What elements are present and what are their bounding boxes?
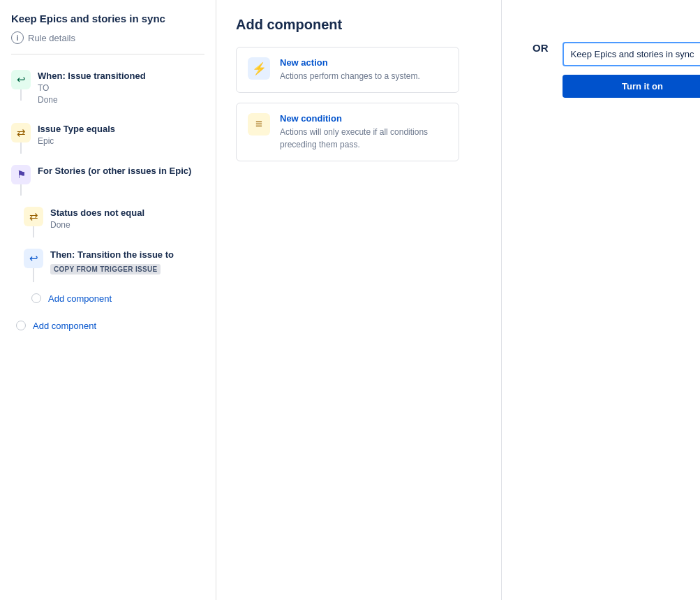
line-5 bbox=[33, 268, 34, 282]
trigger-icon: ↩ bbox=[11, 70, 31, 89]
add-component-label-2: Add component bbox=[33, 321, 96, 331]
add-dot-1 bbox=[31, 293, 41, 303]
trigger-label: When: Issue transitioned bbox=[38, 70, 204, 82]
rule-details-row[interactable]: i Rule details bbox=[11, 31, 204, 54]
condition-card-icon: ≡ bbox=[248, 113, 270, 136]
rule-name-input[interactable] bbox=[563, 42, 701, 66]
branch-icon: ⚑ bbox=[11, 165, 31, 184]
add-component-row-1[interactable]: Add component bbox=[11, 288, 204, 309]
condition2-label: Status does not equal bbox=[50, 207, 204, 219]
sidebar-title: Keep Epics and stories in sync bbox=[11, 13, 204, 24]
line-4 bbox=[33, 226, 34, 237]
connector-condition1: ⇄ bbox=[11, 123, 31, 154]
info-icon: i bbox=[11, 31, 24, 44]
condition-card-desc: Actions will only execute if all conditi… bbox=[280, 126, 447, 151]
action-card-desc: Actions perform changes to a system. bbox=[280, 70, 420, 82]
action-content: Then: Transition the issue to COPY FROM … bbox=[50, 249, 204, 280]
timeline: ↩ When: Issue transitioned TO Done ⇄ Iss… bbox=[11, 64, 204, 337]
sidebar: Keep Epics and stories in sync i Rule de… bbox=[0, 0, 216, 600]
main-content: Add component ⚡ New action Actions perfo… bbox=[216, 0, 484, 188]
trigger-sub1: TO bbox=[38, 82, 204, 94]
vertical-divider bbox=[501, 0, 502, 600]
components-section: Add component ⚡ New action Actions perfo… bbox=[216, 0, 484, 600]
timeline-item-action[interactable]: ↩ Then: Transition the issue to COPY FRO… bbox=[11, 243, 204, 288]
timeline-item-condition1[interactable]: ⇄ Issue Type equals Epic bbox=[11, 117, 204, 159]
new-condition-card[interactable]: ≡ New condition Actions will only execut… bbox=[236, 103, 459, 161]
content-area: Add component ⚡ New action Actions perfo… bbox=[216, 0, 700, 600]
action-card-body: New action Actions perform changes to a … bbox=[280, 57, 420, 82]
rule-details-label: Rule details bbox=[28, 33, 75, 43]
connector-trigger: ↩ bbox=[11, 70, 31, 101]
condition-card-title: New condition bbox=[280, 113, 447, 124]
action-icon: ↩ bbox=[24, 249, 43, 268]
branch-content: For Stories (or other issues in Epic) bbox=[38, 165, 204, 183]
line-2 bbox=[20, 142, 22, 154]
action-card-title: New action bbox=[280, 57, 420, 68]
condition1-label: Issue Type equals bbox=[38, 123, 204, 136]
trigger-content: When: Issue transitioned TO Done bbox=[38, 70, 204, 112]
branch-label: For Stories (or other issues in Epic) bbox=[38, 165, 204, 177]
condition1-sub: Epic bbox=[38, 136, 204, 147]
condition1-content: Issue Type equals Epic bbox=[38, 123, 204, 153]
main-title: Add component bbox=[236, 17, 465, 33]
add-component-label-1: Add component bbox=[48, 293, 112, 304]
timeline-item-trigger[interactable]: ↩ When: Issue transitioned TO Done bbox=[11, 64, 204, 117]
new-action-card[interactable]: ⚡ New action Actions perform changes to … bbox=[236, 47, 459, 93]
line-3 bbox=[20, 184, 22, 196]
right-panel: OR Turn it on bbox=[519, 0, 700, 600]
turn-on-button[interactable]: Turn it on bbox=[563, 75, 701, 98]
connector-action: ↩ bbox=[24, 249, 43, 282]
or-label: OR bbox=[533, 42, 549, 54]
condition2-sub: Done bbox=[50, 219, 204, 231]
condition-card-body: New condition Actions will only execute … bbox=[280, 113, 447, 151]
action-card-icon: ⚡ bbox=[248, 57, 270, 80]
connector-branch: ⚑ bbox=[11, 165, 31, 196]
condition1-icon: ⇄ bbox=[11, 123, 31, 142]
action-label: Then: Transition the issue to bbox=[50, 249, 204, 261]
timeline-item-condition2[interactable]: ⇄ Status does not equal Done bbox=[11, 201, 204, 243]
add-component-row-2[interactable]: Add component bbox=[11, 315, 204, 337]
copy-badge: COPY FROM TRIGGER ISSUE bbox=[50, 264, 161, 275]
timeline-item-branch[interactable]: ⚑ For Stories (or other issues in Epic) bbox=[11, 159, 204, 201]
trigger-sub2: Done bbox=[38, 94, 204, 106]
connector-condition2: ⇄ bbox=[24, 207, 43, 237]
condition2-icon: ⇄ bbox=[24, 207, 43, 226]
line-1 bbox=[20, 89, 22, 101]
add-dot-2 bbox=[16, 321, 26, 330]
condition2-content: Status does not equal Done bbox=[50, 207, 204, 237]
